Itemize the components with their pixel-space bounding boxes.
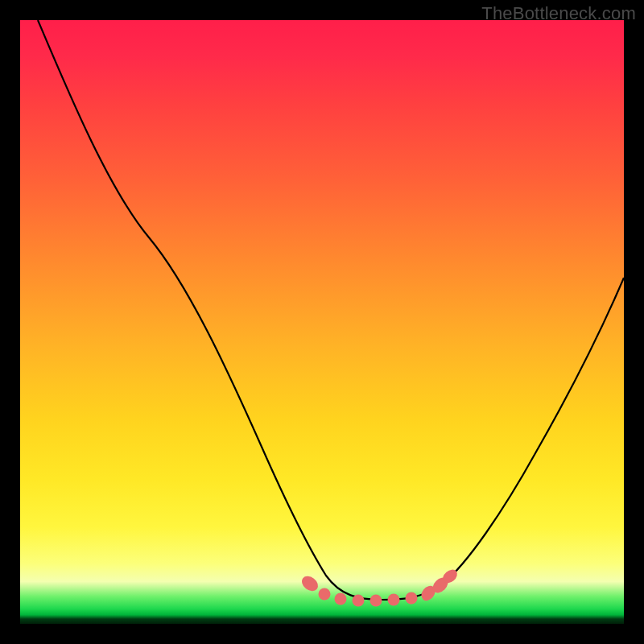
svg-point-4 [370, 595, 382, 607]
watermark-text: TheBottleneck.com [481, 3, 636, 24]
svg-point-6 [406, 592, 418, 605]
chart-frame: TheBottleneck.com [0, 0, 644, 644]
curve-layer [20, 20, 624, 624]
bottleneck-curve [38, 20, 624, 600]
svg-point-3 [353, 595, 365, 607]
plot-area [20, 20, 624, 624]
svg-point-0 [299, 573, 320, 594]
svg-point-5 [388, 594, 400, 606]
svg-point-1 [319, 588, 331, 601]
svg-point-2 [335, 593, 347, 605]
trough-markers [299, 567, 460, 606]
